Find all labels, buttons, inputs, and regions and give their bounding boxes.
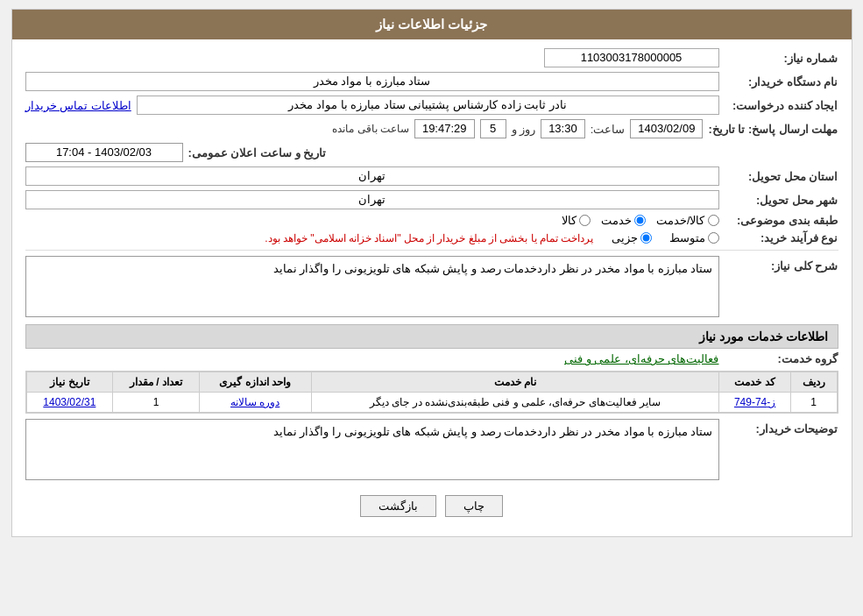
delivery-city-label: شهر محل تحویل: [725,194,838,207]
general-desc-row: شرح کلی نیاز: ستاد مبارزه با مواد مخدر د… [25,256,838,317]
delivery-province-row: استان محل تحویل: تهران [25,166,838,186]
purchase-type-row: نوع فرآیند خرید: متوسط جزیی پرداخت تمام … [25,231,838,244]
page-header: جزئیات اطلاعات نیاز [12,10,852,39]
service-group-value[interactable]: فعالیت‌های حرفه‌ای، علمی و فنی [564,352,718,365]
delivery-province-label: استان محل تحویل: [725,170,838,183]
delivery-city-value: تهران [25,190,719,209]
cell-row_num: 1 [790,393,837,413]
back-button[interactable]: بازگشت [360,495,436,517]
col-service-code: کد خدمت [719,372,791,393]
page-container: جزئیات اطلاعات نیاز شماره نیاز: 11030031… [11,9,852,537]
col-count: تعداد / مقدار [113,372,200,393]
delivery-city-row: شهر محل تحویل: تهران [25,190,838,209]
col-unit: واحد اندازه گیری [199,372,311,393]
announce-value: 1403/02/03 - 17:04 [25,143,183,162]
services-table: ردیف کد خدمت نام خدمت واحد اندازه گیری ت… [26,372,838,413]
deadline-time: 13:30 [541,119,585,138]
col-row-num: ردیف [790,372,837,393]
cell-service_name: سایر فعالیت‌های حرفه‌ای، علمی و فنی طبقه… [311,393,719,413]
category-kala-label: کالا [562,214,577,227]
announce-label: تاریخ و ساعت اعلان عمومی: [188,146,327,159]
general-desc-label: شرح کلی نیاز: [725,256,838,273]
category-row: طبقه بندی موضوعی: کالا/خدمت خدمت کالا [25,214,838,227]
category-kala-khadamat: کالا/خدمت [656,214,719,227]
category-label: طبقه بندی موضوعی: [725,214,838,227]
service-group-label: گروه خدمت: [725,352,838,365]
buyer-desc-row: توضیحات خریدار: ستاد مبارزه با مواد مخدر… [25,419,838,480]
col-need-date: تاریخ نیاز [26,372,113,393]
category-radio-group: کالا/خدمت خدمت کالا [562,214,719,227]
creator-row: ایجاد کننده درخواست: نادر ثابت زاده کارش… [25,96,838,115]
contact-link[interactable]: اطلاعات تماس خریدار [25,99,131,112]
creator-label: ایجاد کننده درخواست: [725,99,838,112]
content-area: شماره نیاز: 1103003178000005 نام دستگاه … [12,39,852,536]
service-group-row: گروه خدمت: فعالیت‌های حرفه‌ای، علمی و فن… [25,352,838,365]
category-khadamat-label: خدمت [601,214,632,227]
buyer-org-value: ستاد مبارزه با مواد مخدر [25,72,719,91]
table-row: 1ز-74-749سایر فعالیت‌های حرفه‌ای، علمی و… [26,393,837,413]
general-desc-value: ستاد مبارزه با مواد مخدر در نظر داردخدما… [25,256,719,317]
creator-value: نادر ثابت زاده کارشناس پشتیبانی ستاد مبا… [137,96,719,115]
category-khadamat: خدمت [601,214,646,227]
deadline-time-label: ساعت: [591,123,626,136]
purchase-motavasset-label: متوسط [669,231,705,244]
need-number-label: شماره نیاز: [725,52,838,65]
deadline-date: 1403/02/09 [630,119,703,138]
cell-unit: دوره سالانه [199,393,311,413]
delivery-province-value: تهران [25,166,719,186]
col-service-name: نام خدمت [311,372,719,393]
deadline-row: مهلت ارسال پاسخ: تا تاریخ: 1403/02/09 سا… [25,119,838,138]
need-number-row: شماره نیاز: 1103003178000005 [25,48,838,67]
footer-buttons: چاپ بازگشت [25,485,838,527]
purchase-jozvi-label: جزیی [612,231,638,244]
buyer-org-row: نام دستگاه خریدار: ستاد مبارزه با مواد م… [25,72,838,91]
buyer-desc-label: توضیحات خریدار: [725,419,838,435]
services-section-title: اطلاعات خدمات مورد نیاز [25,324,838,349]
buyer-desc-value: ستاد مبارزه با مواد مخدر در نظر داردخدما… [25,419,719,480]
print-button[interactable]: چاپ [445,495,503,517]
announce-row: تاریخ و ساعت اعلان عمومی: 1403/02/03 - 1… [25,143,838,162]
remaining-days: 5 [480,119,506,138]
cell-service_code: ز-74-749 [719,393,791,413]
buyer-org-label: نام دستگاه خریدار: [725,75,838,89]
remaining-time: 19:47:29 [414,119,475,138]
purchase-type-radio-group: متوسط جزیی پرداخت تمام یا بخشی از مبلغ خ… [265,231,718,244]
purchase-motavasset: متوسط [669,231,719,244]
divider-1 [25,250,838,251]
page-title: جزئیات اطلاعات نیاز [376,17,487,32]
cell-count: 1 [113,393,200,413]
services-table-container: ردیف کد خدمت نام خدمت واحد اندازه گیری ت… [25,371,838,414]
purchase-jozvi: جزیی [612,231,652,244]
purchase-type-label: نوع فرآیند خرید: [725,231,838,244]
category-kala-khadamat-label: کالا/خدمت [656,214,705,227]
cell-need_date: 1403/02/31 [26,393,113,413]
need-number-value: 1103003178000005 [544,48,719,67]
category-kala: کالا [562,214,591,227]
purchase-note: پرداخت تمام یا بخشی از مبلغ خریدار از مح… [265,232,593,244]
deadline-label: مهلت ارسال پاسخ: تا تاریخ: [708,123,838,136]
remaining-days-label: روز و [512,123,536,136]
remaining-time-label: ساعت باقی مانده [332,123,409,135]
